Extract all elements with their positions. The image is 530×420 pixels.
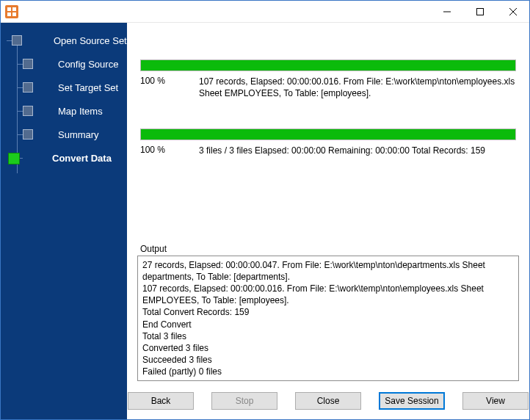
output-line: Total 3 files	[142, 330, 514, 342]
step-label: Open Source Set	[54, 35, 127, 46]
step-label: Config Source	[58, 59, 118, 70]
step-map-items[interactable]: Map Items	[1, 102, 127, 120]
maximize-icon	[476, 8, 484, 15]
output-line: Total Convert Records: 159	[142, 306, 514, 318]
step-label: Set Target Set	[58, 82, 118, 93]
output-line: End Convert	[142, 319, 514, 330]
total-progress-bar	[140, 128, 516, 140]
output-line: 107 records, Elapsed: 00:00:00.016. From…	[142, 283, 514, 306]
output-textarea[interactable]: 27 records, Elapsed: 00:00:00.047. From …	[137, 256, 519, 381]
svg-rect-0	[7, 7, 11, 11]
button-bar: Back Stop Close Save Session View	[127, 387, 529, 419]
step-summary[interactable]: Summary	[1, 126, 127, 143]
view-button[interactable]: View	[462, 392, 529, 410]
back-button[interactable]: Back	[128, 392, 194, 410]
close-icon	[509, 8, 517, 15]
step-open-source-set[interactable]: Open Source Set	[1, 32, 127, 49]
svg-rect-3	[12, 12, 16, 16]
total-progress-detail: 3 files / 3 files Elapsed: 00:00:00 Rema…	[199, 145, 516, 156]
output-line: Failed (partly) 0 files	[142, 366, 514, 377]
titlebar	[1, 1, 529, 23]
output-line: Converted 3 files	[142, 342, 514, 354]
app-icon	[5, 5, 18, 18]
main-panel: 100 % 107 records, Elapsed: 00:00:00.016…	[127, 23, 529, 419]
maximize-button[interactable]	[463, 1, 496, 23]
file-progress-percent: 100 %	[140, 76, 199, 86]
total-progress-percent: 100 %	[140, 145, 199, 155]
step-set-target-set[interactable]: Set Target Set	[1, 79, 127, 96]
minimize-button[interactable]	[430, 1, 463, 23]
svg-rect-1	[12, 7, 16, 11]
output-label: Output	[140, 244, 529, 254]
close-button[interactable]: Close	[295, 392, 361, 410]
file-progress-detail: 107 records, Elapsed: 00:00:00.016. From…	[199, 76, 516, 99]
step-convert-data[interactable]: Convert Data	[1, 149, 127, 167]
step-label: Convert Data	[52, 153, 112, 164]
svg-rect-5	[476, 8, 483, 15]
file-progress-bar	[140, 59, 516, 71]
wizard-sidebar: Open Source Set Config Source Set Target…	[1, 23, 127, 419]
step-label: Summary	[58, 129, 99, 140]
close-window-button[interactable]	[496, 1, 529, 23]
output-line: Succeeded 3 files	[142, 354, 514, 366]
svg-rect-2	[7, 12, 11, 16]
minimize-icon	[443, 8, 451, 15]
step-config-source[interactable]: Config Source	[1, 55, 127, 73]
step-label: Map Items	[58, 106, 103, 117]
save-session-button[interactable]: Save Session	[379, 392, 445, 410]
output-line: 27 records, Elapsed: 00:00:00.047. From …	[142, 259, 514, 283]
wizard-window: Open Source Set Config Source Set Target…	[0, 0, 530, 420]
stop-button: Stop	[211, 392, 277, 410]
